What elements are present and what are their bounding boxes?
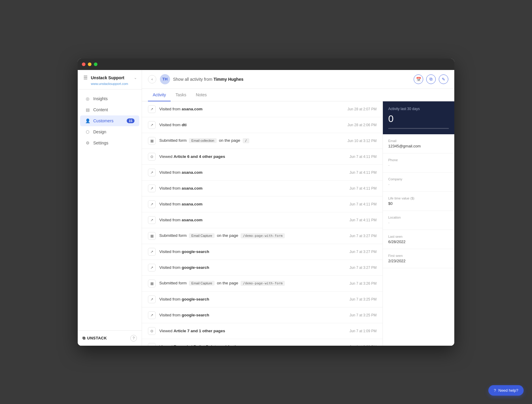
list-item: ↗Visited from google-searchJun 7 at 3:25… xyxy=(142,307,383,323)
brand-url[interactable]: www.unstacksupport.com xyxy=(82,82,137,86)
insights-icon: ◎ xyxy=(85,96,90,101)
activity-type-icon: ↗ xyxy=(148,121,156,129)
insights-label: Insights xyxy=(93,96,108,101)
activity-timestamp: Jun 7 at 4:11 PM xyxy=(349,186,377,190)
location-label: Location xyxy=(388,216,449,219)
last-seen-value: 6/28/2022 xyxy=(388,240,449,244)
location-section: Location - xyxy=(383,211,454,230)
list-item: ↗Visited from asana.comJun 7 at 4:11 PM xyxy=(142,212,383,228)
activity-text: Viewed Example | Bullet Points and 1 oth… xyxy=(159,344,343,346)
list-item: ↗Visited from asana.comJun 7 at 4:11 PM xyxy=(142,181,383,196)
customers-icon: 👤 xyxy=(85,118,90,124)
activity-text: Visited from dti xyxy=(159,123,342,127)
email-value: 12345@gmail.com xyxy=(388,144,449,148)
list-item: ▦Submitted form Email collection on the … xyxy=(142,133,383,149)
sidebar-item-settings[interactable]: ⚙ Settings xyxy=(80,138,139,148)
content-icon: ▤ xyxy=(85,107,90,112)
activity-text: Visited from google-search xyxy=(159,297,343,301)
app-body: ☰ Unstack Support ⌄ www.unstacksupport.c… xyxy=(78,70,454,346)
content-area: ↗Visited from asana.comJun 28 at 2:07 PM… xyxy=(142,101,454,346)
minimize-dot[interactable] xyxy=(88,62,91,66)
settings-label: Settings xyxy=(93,141,108,145)
activity-timestamp: Jun 28 at 2:06 PM xyxy=(348,123,377,127)
activity-text: Submitted form Email Capture on the page… xyxy=(159,281,343,286)
activity-type-icon: ▦ xyxy=(148,232,156,240)
activity-chart xyxy=(388,128,449,129)
brand-arrow-icon: ⌄ xyxy=(134,76,137,80)
tab-tasks[interactable]: Tasks xyxy=(171,89,191,101)
list-item: ↗Visited from google-searchJun 7 at 3:25… xyxy=(142,292,383,307)
list-item: ↗Visited from asana.comJun 28 at 2:07 PM xyxy=(142,101,383,117)
brand-area[interactable]: ☰ Unstack Support ⌄ xyxy=(82,75,137,81)
list-item: ▦Submitted form Email Capture on the pag… xyxy=(142,276,383,292)
settings-icon: ⚙ xyxy=(85,140,90,146)
activity-card: Activity last 30 days 0 xyxy=(383,101,454,134)
phone-value: - xyxy=(388,163,449,167)
brand-icon: ☰ xyxy=(82,75,88,81)
sidebar-item-content[interactable]: ▤ Content xyxy=(80,104,139,115)
activity-type-icon: ↗ xyxy=(148,248,156,256)
activity-text: Visited from asana.com xyxy=(159,170,343,175)
calendar-button[interactable]: 📅 xyxy=(414,74,423,84)
sidebar-item-customers[interactable]: 👤 Customers 15 xyxy=(80,115,139,126)
tab-activity[interactable]: Activity xyxy=(148,89,171,101)
activity-text: Viewed Article 6 and 4 other pages xyxy=(159,154,343,159)
company-section: Company - xyxy=(383,173,454,192)
activity-timestamp: Jun 10 at 3:12 PM xyxy=(348,139,377,143)
header-actions: 📅 ⧉ ✎ xyxy=(414,74,448,84)
main-header: ‹ TH Show all activity from Timmy Hughes… xyxy=(142,70,454,89)
activity-timestamp: Jun 7 at 3:27 PM xyxy=(349,234,377,238)
activity-type-icon: ↗ xyxy=(148,169,156,176)
activity-card-title: Activity last 30 days xyxy=(388,107,449,111)
first-seen-label: First seen xyxy=(388,254,449,257)
list-item: ⊙Viewed Example | Bullet Points and 1 ot… xyxy=(142,339,383,346)
phone-section: Phone - xyxy=(383,153,454,173)
last-seen-label: Last seen xyxy=(388,235,449,238)
company-value: - xyxy=(388,182,449,187)
close-dot[interactable] xyxy=(82,62,85,66)
customers-label: Customers xyxy=(93,118,114,123)
activity-timestamp: Jun 7 at 4:11 PM xyxy=(349,155,377,159)
help-button[interactable]: ? xyxy=(130,335,137,342)
activity-timestamp: Jun 7 at 4:11 PM xyxy=(349,218,377,222)
activity-timestamp: Jun 7 at 4:11 PM xyxy=(349,202,377,206)
sidebar: ☰ Unstack Support ⌄ www.unstacksupport.c… xyxy=(78,70,142,346)
edit-button[interactable]: ✎ xyxy=(439,74,448,84)
maximize-dot[interactable] xyxy=(94,62,97,66)
activity-text: Visited from google-search xyxy=(159,265,343,270)
activity-timestamp: Jun 7 at 3:26 PM xyxy=(349,281,377,286)
main-content: ‹ TH Show all activity from Timmy Hughes… xyxy=(142,70,454,346)
activity-text: Submitted form Email Capture on the page… xyxy=(159,233,343,238)
design-icon: ⬡ xyxy=(85,129,90,135)
list-item: ⊙Viewed Article 7 and 1 other pagesJun 7… xyxy=(142,323,383,339)
list-item: ↗Visited from asana.comJun 7 at 4:11 PM xyxy=(142,165,383,181)
activity-type-icon: ▦ xyxy=(148,280,156,287)
tab-notes[interactable]: Notes xyxy=(191,89,212,101)
activity-timestamp: Jun 7 at 1:09 PM xyxy=(349,329,377,333)
activity-text: Submitted form Email collection on the p… xyxy=(159,138,342,143)
avatar: TH xyxy=(160,74,170,84)
activity-text: Viewed Article 7 and 1 other pages xyxy=(159,329,343,333)
activity-type-icon: ↗ xyxy=(148,295,156,303)
list-item: ⊙Viewed Article 6 and 4 other pagesJun 7… xyxy=(142,149,383,165)
list-item: ↗Visited from google-searchJun 7 at 3:27… xyxy=(142,260,383,276)
phone-label: Phone xyxy=(388,158,449,162)
activity-type-icon: ↗ xyxy=(148,311,156,319)
need-help-icon: ? xyxy=(494,388,496,393)
copy-button[interactable]: ⧉ xyxy=(426,74,436,84)
activity-timestamp: Jun 7 at 3:27 PM xyxy=(349,250,377,254)
activity-list: ↗Visited from asana.comJun 28 at 2:07 PM… xyxy=(142,101,383,346)
list-item: ↗Visited from google-searchJun 7 at 3:27… xyxy=(142,244,383,260)
activity-type-icon: ↗ xyxy=(148,264,156,272)
need-help-button[interactable]: ? Need help? xyxy=(488,385,524,396)
activity-type-icon: ⊙ xyxy=(148,343,156,346)
activity-type-icon: ↗ xyxy=(148,216,156,224)
list-item: ▦Submitted form Email Capture on the pag… xyxy=(142,228,383,244)
back-button[interactable]: ‹ xyxy=(148,75,156,83)
sidebar-item-design[interactable]: ⬡ Design xyxy=(80,126,139,137)
sidebar-item-insights[interactable]: ◎ Insights xyxy=(80,93,139,104)
email-label: Email xyxy=(388,139,449,143)
location-value: - xyxy=(388,220,449,225)
show-activity-text: Show all activity from Timmy Hughes xyxy=(173,77,243,82)
brand-name: Unstack Support xyxy=(91,75,124,80)
